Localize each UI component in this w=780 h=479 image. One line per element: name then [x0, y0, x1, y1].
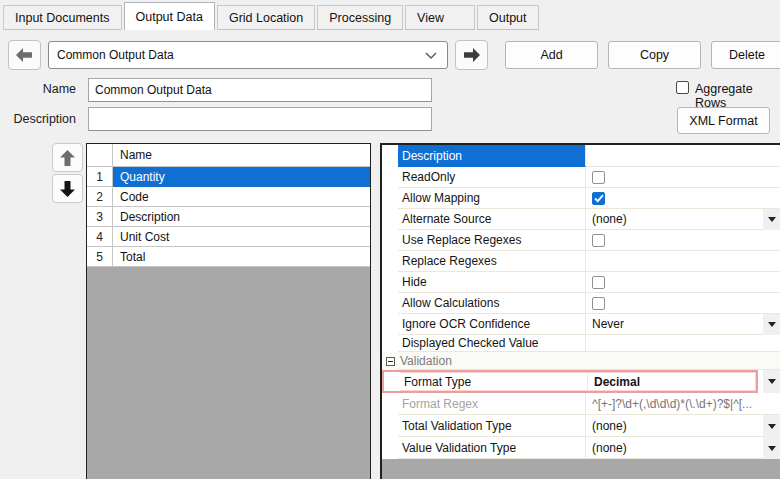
move-down-button[interactable]: [52, 174, 83, 203]
table-row-total[interactable]: 5Total: [87, 247, 370, 267]
table-row-code[interactable]: 2Code: [87, 187, 370, 207]
row-number: 2: [87, 187, 113, 207]
property-label: ReadOnly: [398, 167, 586, 188]
property-checkbox[interactable]: [592, 171, 605, 184]
property-value[interactable]: [586, 251, 780, 272]
property-label: Total Validation Type: [398, 415, 586, 437]
xml-format-button[interactable]: XML Format: [677, 107, 770, 134]
combobox-value: Common Output Data: [57, 48, 174, 62]
dropdown-arrow-button[interactable]: [763, 370, 780, 393]
grid-gutter: [382, 209, 398, 230]
property-label: Allow Mapping: [398, 188, 586, 209]
property-value[interactable]: [586, 230, 780, 251]
property-value-text: Decimal: [594, 375, 640, 389]
property-value[interactable]: [586, 145, 780, 167]
tab-input-documents[interactable]: Input Documents: [3, 5, 122, 30]
tab-view[interactable]: View: [405, 5, 475, 30]
property-label: Hide: [398, 272, 586, 293]
grid-gutter: [382, 335, 398, 352]
property-row-format-type[interactable]: Format TypeDecimal: [382, 370, 780, 393]
property-row-description[interactable]: Description: [382, 145, 780, 167]
property-value[interactable]: (none): [586, 209, 763, 230]
grid-gutter: [384, 372, 400, 391]
property-row-validation[interactable]: Validation: [382, 352, 780, 370]
property-row-ignore-ocr-confidence[interactable]: Ignore OCR ConfidenceNever: [382, 314, 780, 335]
property-row-use-replace-regexes[interactable]: Use Replace Regexes: [382, 230, 780, 251]
group-label: Validation: [398, 352, 780, 370]
property-row-displayed-checked-value[interactable]: Displayed Checked Value: [382, 335, 780, 352]
property-value[interactable]: (none): [586, 415, 763, 437]
property-value[interactable]: [586, 272, 780, 293]
tab-bar: Input DocumentsOutput DataGrid LocationP…: [3, 0, 539, 30]
property-row-allow-mapping[interactable]: Allow Mapping: [382, 188, 780, 209]
property-checkbox[interactable]: [592, 276, 605, 289]
property-label: Format Type: [400, 372, 588, 391]
output-data-combobox[interactable]: Common Output Data: [48, 41, 448, 69]
grid-gutter: [382, 293, 398, 314]
grid-gutter: [382, 272, 398, 293]
property-label: Format Regex: [398, 393, 586, 415]
property-value-text: ^[+-]?\d+(,\d\d\d)*(\.\d+)?$|^[...: [592, 397, 752, 411]
property-value[interactable]: [586, 335, 780, 352]
property-value[interactable]: [586, 167, 780, 188]
tab-output-data[interactable]: Output Data: [124, 2, 215, 30]
move-up-button[interactable]: [52, 143, 83, 172]
grid-gutter: [382, 145, 398, 167]
grid-gutter: [382, 393, 398, 415]
fields-table-header: Name: [87, 144, 370, 167]
grid-gutter: [382, 251, 398, 272]
tab-processing[interactable]: Processing: [317, 5, 403, 30]
property-row-allow-calculations[interactable]: Allow Calculations: [382, 293, 780, 314]
tab-grid-location[interactable]: Grid Location: [217, 5, 315, 30]
description-label: Description: [0, 112, 76, 126]
property-checkbox[interactable]: [592, 192, 605, 205]
property-value[interactable]: (none): [586, 437, 763, 459]
property-row-readonly[interactable]: ReadOnly: [382, 167, 780, 188]
property-row-value-validation-type[interactable]: Value Validation Type(none): [382, 437, 780, 459]
tab-output[interactable]: Output: [477, 5, 539, 30]
copy-button[interactable]: Copy: [608, 41, 701, 69]
row-name: Code: [113, 187, 370, 207]
dropdown-arrow-button[interactable]: [763, 415, 780, 437]
row-number-header: [87, 144, 113, 167]
collapse-group-icon[interactable]: [386, 357, 395, 366]
name-input[interactable]: [88, 78, 432, 102]
property-row-alternate-source[interactable]: Alternate Source(none): [382, 209, 780, 230]
property-row-total-validation-type[interactable]: Total Validation Type(none): [382, 415, 780, 437]
property-label: Allow Calculations: [398, 293, 586, 314]
aggregate-rows-checkbox[interactable]: [676, 81, 689, 94]
property-label: Use Replace Regexes: [398, 230, 586, 251]
property-value[interactable]: Never: [586, 314, 763, 335]
property-value-text: (none): [592, 441, 627, 455]
add-button[interactable]: Add: [505, 41, 598, 69]
property-grid: DescriptionReadOnlyAllow MappingAlternat…: [380, 143, 780, 479]
aggregate-rows-label: Aggregate Rows: [695, 82, 780, 110]
property-value-text: (none): [592, 212, 627, 226]
grid-gutter: [382, 167, 398, 188]
table-row-unit-cost[interactable]: 4Unit Cost: [87, 227, 370, 247]
property-checkbox[interactable]: [592, 234, 605, 247]
property-checkbox[interactable]: [592, 297, 605, 310]
dropdown-arrow-button[interactable]: [763, 209, 780, 230]
property-row-replace-regexes[interactable]: Replace Regexes: [382, 251, 780, 272]
property-value[interactable]: [586, 293, 780, 314]
property-value[interactable]: ^[+-]?\d+(,\d\d\d)*(\.\d+)?$|^[...: [586, 393, 780, 415]
property-value[interactable]: [586, 188, 780, 209]
grid-gutter: [382, 188, 398, 209]
dropdown-arrow-button[interactable]: [763, 437, 780, 459]
name-column-header: Name: [113, 144, 370, 167]
row-number: 5: [87, 247, 113, 267]
grid-gutter: [382, 352, 398, 370]
table-row-description[interactable]: 3Description: [87, 207, 370, 227]
chevron-down-icon: [425, 52, 437, 59]
property-value[interactable]: Decimal: [588, 372, 756, 391]
property-row-format-regex[interactable]: Format Regex^[+-]?\d+(,\d\d\d)*(\.\d+)?$…: [382, 393, 780, 415]
next-output-arrow-button[interactable]: [455, 40, 488, 70]
description-input[interactable]: [88, 107, 432, 131]
delete-button[interactable]: Delete: [711, 41, 780, 69]
table-row-quantity[interactable]: 1Quantity: [87, 167, 370, 187]
grid-gutter: [382, 230, 398, 251]
previous-output-arrow-button[interactable]: [8, 40, 41, 70]
property-row-hide[interactable]: Hide: [382, 272, 780, 293]
dropdown-arrow-button[interactable]: [763, 314, 780, 335]
